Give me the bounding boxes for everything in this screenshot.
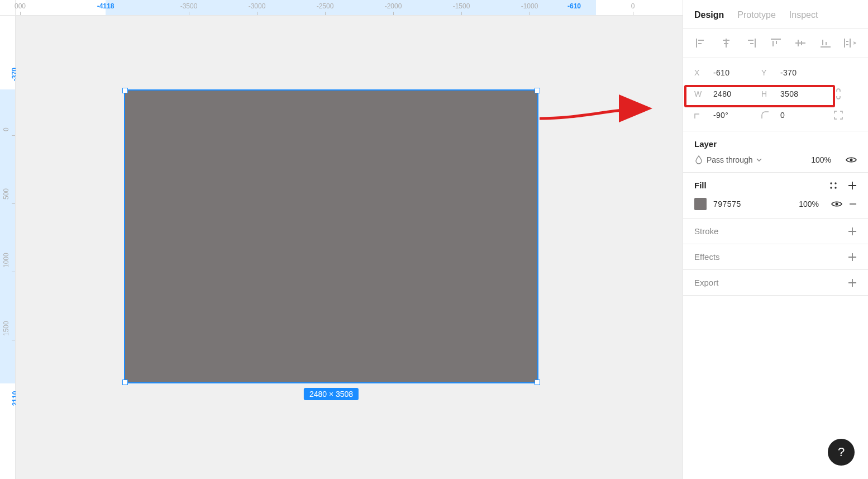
fill-hex-input[interactable]: 797575 bbox=[713, 200, 792, 208]
stroke-section: Stroke bbox=[683, 219, 868, 244]
x-input[interactable]: -610 bbox=[713, 68, 753, 77]
alignment-row bbox=[683, 29, 868, 58]
selected-frame[interactable] bbox=[125, 90, 538, 383]
align-bottom-icon[interactable] bbox=[819, 37, 832, 49]
align-hcenter-icon[interactable] bbox=[719, 37, 733, 49]
panel-tabs: Design Prototype Inspect bbox=[683, 0, 868, 29]
ruler-horizontal[interactable]: -4118 -610 000 -3500 -3000 -2500 -2000 -… bbox=[16, 0, 683, 16]
svg-point-5 bbox=[836, 203, 838, 206]
ruler-h-sel-start: -4118 bbox=[97, 2, 115, 10]
layer-title: Layer bbox=[694, 139, 857, 149]
blend-mode-dropdown[interactable]: Pass through bbox=[694, 155, 804, 164]
ruler-vertical[interactable]: -370 2110 0 500 1000 1500 bbox=[0, 16, 16, 479]
align-vcenter-icon[interactable] bbox=[794, 37, 807, 49]
layer-opacity-input[interactable]: 100% bbox=[811, 155, 831, 164]
svg-point-4 bbox=[834, 187, 836, 188]
effects-title: Effects bbox=[694, 252, 720, 262]
fill-opacity-input[interactable]: 100% bbox=[799, 200, 819, 208]
corner-radius-input[interactable]: 0 bbox=[780, 111, 821, 120]
constrain-proportions-icon[interactable] bbox=[828, 88, 848, 99]
fill-visibility-icon[interactable] bbox=[831, 200, 842, 208]
svg-point-1 bbox=[830, 182, 832, 184]
design-panel: Design Prototype Inspect X -610 Y -370 W… bbox=[683, 0, 868, 479]
tab-prototype[interactable]: Prototype bbox=[737, 10, 775, 20]
canvas-stage[interactable]: 2480 × 3508 bbox=[16, 16, 683, 479]
effects-section: Effects bbox=[683, 244, 868, 270]
add-fill-icon[interactable] bbox=[848, 181, 857, 190]
tab-inspect[interactable]: Inspect bbox=[789, 10, 818, 20]
w-label: W bbox=[694, 89, 705, 98]
svg-point-2 bbox=[834, 182, 836, 184]
fill-title: Fill bbox=[694, 181, 707, 190]
x-label: X bbox=[694, 68, 705, 77]
help-button[interactable]: ? bbox=[828, 439, 855, 466]
align-top-icon[interactable] bbox=[769, 37, 783, 49]
rotation-input[interactable]: -90° bbox=[713, 111, 753, 120]
export-title: Export bbox=[694, 278, 718, 287]
corner-radius-icon bbox=[761, 111, 772, 119]
independent-corners-icon[interactable] bbox=[828, 111, 848, 120]
chevron-down-icon bbox=[756, 157, 762, 163]
fill-styles-icon[interactable] bbox=[829, 181, 838, 190]
blend-mode-label: Pass through bbox=[707, 155, 753, 164]
add-effect-icon[interactable] bbox=[848, 253, 857, 262]
canvas-area[interactable]: -4118 -610 000 -3500 -3000 -2500 -2000 -… bbox=[0, 0, 683, 479]
align-right-icon[interactable] bbox=[744, 37, 757, 49]
rotation-icon bbox=[694, 111, 705, 119]
fill-section: Fill 797575 100% bbox=[683, 173, 868, 219]
ruler-corner bbox=[0, 0, 16, 16]
remove-fill-icon[interactable] bbox=[849, 200, 857, 208]
stroke-title: Stroke bbox=[694, 226, 718, 236]
y-label: Y bbox=[761, 68, 772, 77]
tab-design[interactable]: Design bbox=[694, 10, 724, 20]
svg-point-0 bbox=[850, 159, 853, 162]
w-input[interactable]: 2480 bbox=[713, 89, 753, 98]
fill-swatch[interactable] bbox=[694, 198, 707, 210]
layer-section: Layer Pass through 100% bbox=[683, 131, 868, 173]
svg-point-3 bbox=[830, 187, 832, 188]
h-input[interactable]: 3508 bbox=[780, 89, 821, 98]
export-section: Export bbox=[683, 270, 868, 296]
transform-section: X -610 Y -370 W 2480 H 3508 -90° bbox=[683, 58, 868, 131]
align-left-icon[interactable] bbox=[694, 37, 708, 49]
selection-size-badge: 2480 × 3508 bbox=[304, 388, 359, 400]
y-input[interactable]: -370 bbox=[780, 68, 821, 77]
h-label: H bbox=[761, 89, 772, 98]
add-export-icon[interactable] bbox=[848, 278, 857, 287]
layer-visibility-icon[interactable] bbox=[846, 156, 857, 164]
distribute-icon[interactable] bbox=[843, 37, 857, 49]
ruler-h-sel-end: -610 bbox=[567, 2, 581, 10]
add-stroke-icon[interactable] bbox=[848, 227, 857, 236]
blend-icon bbox=[694, 155, 703, 164]
